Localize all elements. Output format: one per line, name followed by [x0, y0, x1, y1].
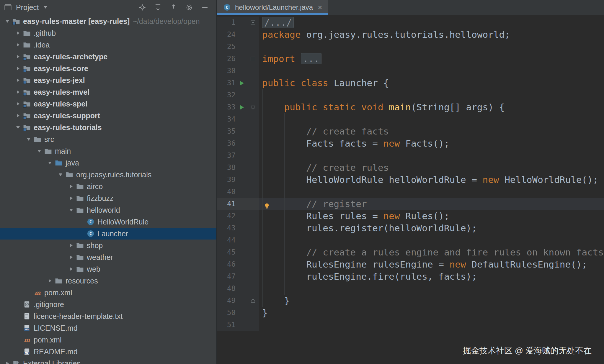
chevron-collapsed-icon[interactable] [67, 181, 76, 192]
chevron-expanded-icon[interactable] [35, 145, 44, 157]
tree-item-easy-rules-support[interactable]: easy-rules-support [0, 110, 216, 122]
code-line-text[interactable]: rulesEngine.fire(rules, facts); [259, 270, 477, 283]
tree-item-airco[interactable]: airco [0, 181, 216, 192]
tree-item-pom-xml[interactable]: mpom.xml [0, 334, 216, 346]
code-line-text[interactable]: // register [259, 198, 367, 210]
chevron-collapsed-icon[interactable] [14, 39, 22, 51]
tree-item-easy-rules-archetype[interactable]: easy-rules-archetype [0, 51, 216, 63]
tree-item-idea[interactable]: .idea [0, 39, 216, 51]
tree-item-licence-header-template-txt[interactable]: licence-header-template.txt [0, 310, 216, 322]
tree-item-shop[interactable]: shop [0, 240, 216, 251]
line-number[interactable]: 34 [217, 113, 236, 125]
tree-item-pom-xml[interactable]: mpom.xml [0, 287, 216, 299]
chevron-collapsed-icon[interactable] [14, 27, 22, 39]
close-icon[interactable]: × [318, 4, 322, 11]
code-line-text[interactable]: Facts facts = new Facts(); [259, 137, 450, 150]
fold-plus-icon[interactable] [248, 56, 258, 62]
tree-item-helloworld[interactable]: helloworld [0, 204, 216, 216]
tree-item-easy-rules-jexl[interactable]: easy-rules-jexl [0, 74, 216, 86]
fold-close-icon[interactable] [248, 298, 258, 304]
line-number[interactable]: 38 [217, 162, 236, 174]
line-number[interactable]: 30 [217, 65, 236, 77]
chevron-collapsed-icon[interactable] [67, 263, 76, 275]
line-number[interactable]: 24 [217, 29, 236, 41]
code-line-text[interactable]: // create a rules engine and fire rules … [259, 246, 604, 258]
code-line-text[interactable]: // create facts [259, 125, 389, 137]
code-line-text[interactable]: RulesEngine rulesEngine = new DefaultRul… [259, 258, 587, 270]
tree-item-fizzbuzz[interactable]: fizzbuzz [0, 192, 216, 204]
chevron-collapsed-icon[interactable] [14, 110, 22, 122]
line-number[interactable]: 49 [217, 295, 236, 307]
chevron-down-icon[interactable] [44, 6, 47, 9]
chevron-collapsed-icon[interactable] [14, 74, 22, 86]
line-number[interactable]: 45 [217, 246, 236, 258]
line-number[interactable]: 42 [217, 210, 236, 222]
tree-item-readme-md[interactable]: MDREADME.md [0, 346, 216, 358]
fold-open-icon[interactable] [248, 104, 258, 110]
tree-item-java[interactable]: java [0, 157, 216, 169]
tree-item-easy-rules-spel[interactable]: easy-rules-spel [0, 98, 216, 110]
expand-all-icon[interactable] [154, 4, 162, 11]
tree-item-easy-rules-tutorials[interactable]: easy-rules-tutorials [0, 122, 216, 133]
code-editor[interactable]: 1/.../24package org.jeasy.rules.tutorial… [217, 15, 604, 364]
code-line-text[interactable]: rules.register(helloWorldRule); [259, 222, 477, 234]
tree-item-org-jeasy-rules-tutorials[interactable]: org.jeasy.rules.tutorials [0, 169, 216, 181]
collapse-all-icon[interactable] [170, 4, 177, 11]
project-view-title[interactable]: Project [16, 3, 39, 12]
tree-item-gitignore[interactable]: .gitignore [0, 299, 216, 310]
line-number[interactable]: 1 [217, 17, 236, 29]
line-number[interactable]: 44 [217, 234, 236, 246]
tree-item-license-md[interactable]: MDLICENSE.md [0, 322, 216, 334]
line-number[interactable]: 48 [217, 283, 236, 295]
editor-tab-launcher[interactable]: C helloworld/Launcher.java × [217, 0, 328, 15]
tree-item-easy-rules-mvel[interactable]: easy-rules-mvel [0, 86, 216, 98]
line-number[interactable]: 32 [217, 89, 236, 101]
hide-icon[interactable] [201, 4, 209, 11]
line-number[interactable]: 33 [217, 101, 236, 113]
code-line-text[interactable]: } [259, 307, 268, 319]
code-line-text[interactable]: Rules rules = new Rules(); [259, 210, 450, 222]
code-line-text[interactable]: package org.jeasy.rules.tutorials.hellow… [259, 29, 510, 41]
locate-icon[interactable] [138, 4, 146, 11]
tree-item-helloworldrule[interactable]: CHelloWorldRule [0, 216, 216, 228]
chevron-expanded-icon[interactable] [24, 133, 33, 145]
tree-item-web[interactable]: web [0, 263, 216, 275]
chevron-expanded-icon[interactable] [3, 15, 12, 27]
line-number[interactable]: 50 [217, 307, 236, 319]
line-number[interactable]: 39 [217, 174, 236, 186]
tree-item-easy-rules-core[interactable]: easy-rules-core [0, 63, 216, 74]
chevron-collapsed-icon[interactable] [14, 51, 22, 63]
chevron-collapsed-icon[interactable] [67, 240, 76, 251]
line-number[interactable]: 25 [217, 41, 236, 53]
code-line-text[interactable]: } [259, 295, 290, 307]
line-number[interactable]: 26 [217, 53, 236, 65]
line-number[interactable]: 43 [217, 222, 236, 234]
chevron-collapsed-icon[interactable] [45, 275, 54, 287]
tree-item-main[interactable]: main [0, 145, 216, 157]
tree-item-resources[interactable]: resources [0, 275, 216, 287]
chevron-collapsed-icon[interactable] [14, 86, 22, 98]
line-number[interactable]: 35 [217, 125, 236, 137]
chevron-collapsed-icon[interactable] [3, 358, 12, 364]
line-number[interactable]: 37 [217, 150, 236, 162]
tree-item-launcher[interactable]: CLauncher [0, 228, 216, 240]
line-number[interactable]: 46 [217, 258, 236, 270]
settings-icon[interactable] [185, 4, 193, 11]
code-line-text[interactable]: public static void main(String[] args) { [259, 101, 505, 113]
chevron-expanded-icon[interactable] [14, 122, 22, 133]
chevron-collapsed-icon[interactable] [67, 251, 76, 263]
chevron-collapsed-icon[interactable] [14, 63, 22, 74]
line-number[interactable]: 31 [217, 77, 236, 89]
chevron-expanded-icon[interactable] [56, 169, 65, 181]
run-icon[interactable] [236, 104, 248, 111]
tree-item-external-libraries[interactable]: External Libraries [0, 358, 216, 364]
code-line-text[interactable]: public class Launcher { [259, 77, 389, 89]
line-number[interactable]: 40 [217, 186, 236, 198]
tree-item-easy-rules-master-easy-rules[interactable]: easy-rules-master [easy-rules]~/data/dev… [0, 15, 216, 27]
chevron-collapsed-icon[interactable] [14, 98, 22, 110]
code-line-text[interactable]: HelloWorldRule helloWorldRule = new Hell… [259, 174, 598, 186]
line-number[interactable]: 47 [217, 270, 236, 283]
tree-item-github[interactable]: .github [0, 27, 216, 39]
line-number[interactable]: 51 [217, 319, 236, 331]
fold-plus-icon[interactable] [248, 20, 258, 26]
